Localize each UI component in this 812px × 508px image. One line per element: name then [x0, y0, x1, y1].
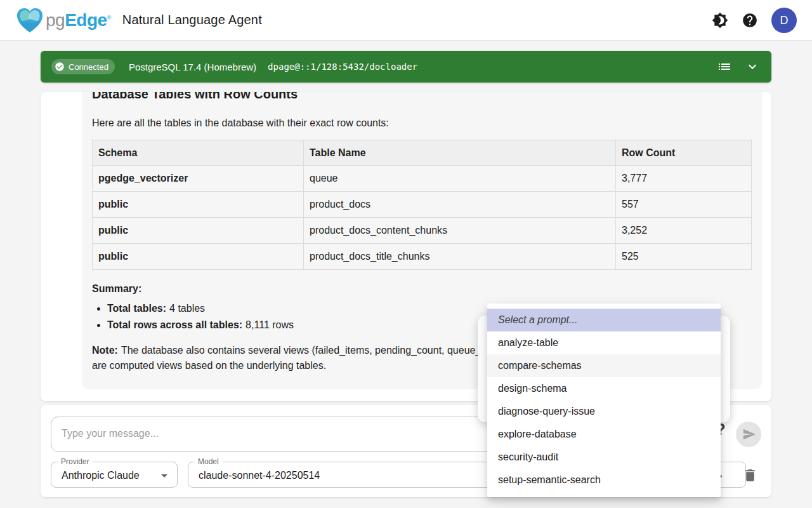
menu-item-placeholder[interactable]: Select a prompt...: [487, 309, 721, 331]
pgedge-logo: pgEdge®: [15, 7, 111, 34]
dark-mode-toggle-icon[interactable]: [712, 12, 728, 29]
check-circle-icon: [55, 62, 65, 72]
connected-status-badge: Connected: [51, 59, 115, 74]
send-button[interactable]: [736, 422, 761, 447]
app-header: pgEdge® Natural Language Agent D: [0, 0, 812, 41]
column-header-table-name: Table Name: [304, 140, 616, 166]
column-header-schema: Schema: [93, 140, 304, 166]
menu-item-explore-database[interactable]: explore-database: [487, 423, 721, 446]
page-title: Natural Language Agent: [122, 13, 262, 27]
provider-value: Anthropic Claude: [62, 462, 140, 488]
pgedge-heart-icon: [15, 7, 44, 34]
user-avatar[interactable]: D: [771, 8, 797, 33]
table-row: pgedge_vectorizer queue 3,777: [93, 166, 752, 192]
menu-item-compare-schemas[interactable]: compare-schemas: [487, 354, 721, 377]
pgedge-wordmark: pgEdge®: [46, 10, 111, 30]
table-header-row: Schema Table Name Row Count: [93, 140, 752, 166]
column-header-row-count: Row Count: [616, 140, 752, 166]
help-icon[interactable]: [742, 12, 758, 29]
model-value: claude-sonnet-4-20250514: [199, 462, 320, 488]
menu-item-design-schema[interactable]: design-schema: [487, 377, 721, 400]
provider-select[interactable]: Provider Anthropic Claude: [51, 462, 178, 488]
connected-status-label: Connected: [69, 62, 108, 72]
server-version-label: PostgreSQL 17.4 (Homebrew): [129, 62, 256, 72]
dropdown-caret-icon: [157, 468, 172, 486]
summary-heading: Summary:: [92, 283, 752, 295]
message-intro: Here are all the tables in the database …: [92, 117, 752, 129]
menu-item-setup-semantic-search[interactable]: setup-semantic-search: [487, 469, 721, 491]
menu-item-analyze-table[interactable]: analyze-table: [487, 331, 721, 354]
send-icon: [742, 427, 756, 441]
message-heading: Database Tables with Row Counts: [92, 92, 752, 102]
row-counts-table: Schema Table Name Row Count pgedge_vecto…: [92, 140, 752, 270]
table-row: public product_docs 557: [93, 192, 752, 218]
connection-list-icon[interactable]: [717, 59, 732, 74]
table-row: public product_docs_content_chunks 3,252: [93, 218, 752, 244]
table-row: public product_docs_title_chunks 525: [93, 244, 752, 270]
prompt-select-menu: Select a prompt... analyze-table compare…: [487, 304, 721, 497]
connection-string: dpage@::1/128:5432/docloader: [268, 62, 417, 72]
connection-bar: Connected PostgreSQL 17.4 (Homebrew) dpa…: [41, 51, 771, 83]
menu-item-security-audit[interactable]: security-audit: [487, 446, 721, 469]
chevron-down-icon[interactable]: [745, 59, 760, 74]
menu-item-diagnose-query-issue[interactable]: diagnose-query-issue: [487, 400, 721, 423]
clear-chat-trash-icon[interactable]: [742, 467, 758, 486]
